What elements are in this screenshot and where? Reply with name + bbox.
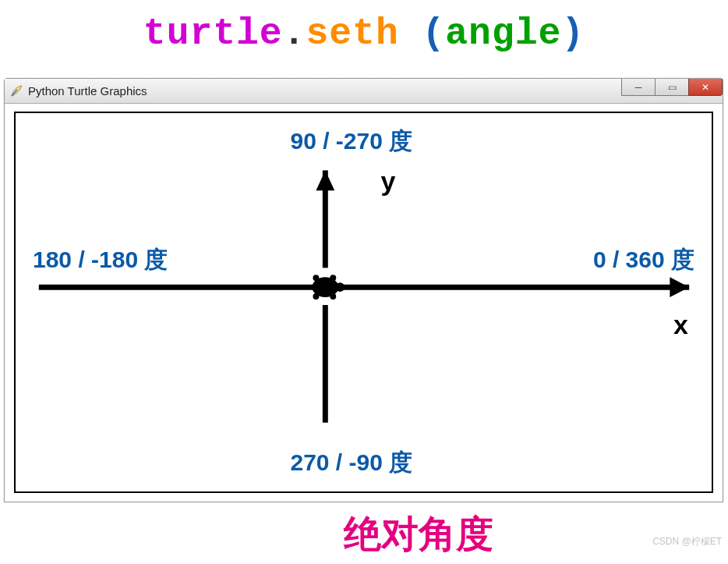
close-icon: ✕ [701, 83, 709, 92]
bottom-caption: 绝对角度 [0, 509, 728, 559]
svg-point-9 [330, 275, 336, 281]
code-token-turtle: turtle [143, 12, 283, 55]
turtle-canvas: 90 / -270 度 180 / -180 度 0 / 360 度 270 /… [14, 112, 713, 493]
close-button[interactable]: ✕ [688, 79, 723, 96]
window-title: Python Turtle Graphics [28, 84, 147, 98]
app-feather-icon [9, 84, 23, 98]
code-token-dot: . [283, 12, 306, 55]
code-title: turtle.seth (angle) [0, 12, 728, 55]
watermark: CSDN @柠檬ET [652, 535, 722, 548]
maximize-button[interactable]: ▭ [655, 79, 689, 96]
code-token-angle: angle [445, 12, 561, 55]
axis-label-x: x [673, 310, 688, 340]
minimize-button[interactable]: ─ [621, 79, 656, 96]
code-token-seth: seth [306, 12, 398, 55]
svg-point-8 [313, 293, 319, 300]
angle-label-bottom: 270 / -90 度 [290, 447, 412, 479]
svg-point-6 [335, 282, 345, 292]
titlebar[interactable]: Python Turtle Graphics ─ ▭ ✕ [5, 79, 723, 104]
angle-label-left: 180 / -180 度 [33, 244, 168, 276]
svg-point-10 [330, 293, 336, 300]
window-controls: ─ ▭ ✕ [622, 79, 723, 98]
minimize-icon: ─ [635, 83, 642, 92]
angle-label-top: 90 / -270 度 [290, 126, 412, 158]
svg-point-7 [313, 275, 319, 281]
app-window: Python Turtle Graphics ─ ▭ ✕ [4, 78, 723, 502]
code-token-open-paren: ( [399, 12, 446, 55]
code-token-close-paren: ) [561, 12, 585, 55]
maximize-icon: ▭ [668, 83, 677, 92]
axis-label-y: y [381, 166, 396, 197]
svg-marker-1 [670, 277, 689, 297]
axes-svg [16, 113, 712, 491]
svg-rect-11 [308, 286, 313, 289]
svg-marker-3 [316, 170, 334, 190]
angle-label-right: 0 / 360 度 [593, 244, 694, 276]
